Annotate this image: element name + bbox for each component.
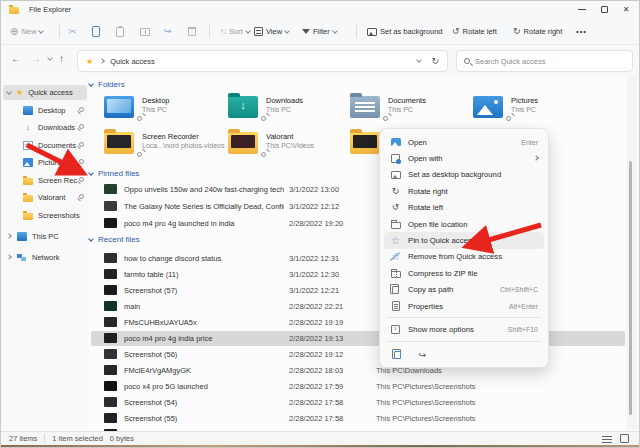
up-button[interactable]: ↑: [59, 53, 64, 64]
rotate-left-button[interactable]: ↺Rotate left: [449, 22, 500, 41]
file-thumbnail: [104, 397, 117, 407]
folder-location: This PC: [142, 106, 167, 113]
section-header-folders[interactable]: Folders: [89, 80, 125, 89]
back-button[interactable]: ←: [11, 53, 21, 64]
menu-item-compress-to-zip[interactable]: Compress to ZIP file: [384, 265, 544, 281]
sidebar-item-documents[interactable]: Documents: [3, 138, 87, 153]
section-header-recent-files[interactable]: Recent files: [89, 235, 140, 244]
file-name: main: [124, 302, 284, 311]
vertical-scrollbar[interactable]: [627, 77, 637, 429]
file-name: farmto table (11): [124, 270, 284, 279]
forward-button[interactable]: →: [31, 53, 41, 64]
sidebar-item-desktop[interactable]: Desktop: [3, 103, 87, 118]
new-button[interactable]: ⊕New: [7, 22, 46, 41]
share-button[interactable]: ↪: [161, 22, 175, 41]
menu-item-copy-as-path[interactable]: Copy as path Ctrl+Shift+C: [384, 282, 544, 298]
unpin-star-icon: ☆: [390, 251, 401, 262]
menu-item-remove-from-quick-access[interactable]: ☆ Remove from Quick access: [384, 249, 544, 265]
list-item[interactable]: poco x4 pro 5G launched 2/28/2022 17:59 …: [91, 379, 625, 394]
desktop-folder-icon: [104, 96, 134, 118]
folder-tile-pictures[interactable]: Pictures This PC: [473, 95, 595, 131]
quick-access-star-icon: ★: [86, 57, 93, 66]
sidebar-item-network[interactable]: Network: [3, 250, 87, 265]
see-more-button[interactable]: •••: [573, 22, 590, 41]
menu-item-rotate-right[interactable]: ↻ Rotate right: [384, 183, 544, 199]
pictures-folder-icon: [473, 96, 503, 118]
menu-item-properties[interactable]: Properties Alt+Enter: [384, 298, 544, 314]
menu-item-show-more-options[interactable]: Show more options Shift+F10: [384, 321, 544, 337]
set-as-background-button[interactable]: Set as background: [364, 22, 446, 41]
copy-icon[interactable]: [392, 350, 403, 361]
folder-tile-desktop[interactable]: Desktop This PC: [104, 95, 226, 131]
sidebar-item-quick-access[interactable]: ★ Quick access: [3, 85, 87, 100]
sidebar-item-screen-recorder[interactable]: Screen Recorde: [3, 173, 87, 188]
this-pc-icon: [17, 232, 27, 241]
close-button[interactable]: ✕: [615, 1, 637, 17]
sidebar-item-label: This PC: [32, 232, 59, 241]
rename-button[interactable]: [137, 22, 153, 41]
filter-button[interactable]: Filter: [299, 22, 340, 41]
menu-item-set-as-desktop-background[interactable]: Set as desktop background: [384, 167, 544, 183]
paste-button[interactable]: [113, 22, 127, 41]
file-date: 3/1/2022 12:31: [289, 254, 379, 263]
maximize-button[interactable]: [593, 1, 615, 17]
file-name: poco m4 pro 4g india price: [124, 334, 284, 343]
menu-item-open-with[interactable]: Open with: [384, 150, 544, 166]
sort-button[interactable]: ↑↓Sort: [217, 22, 253, 41]
recent-locations-chevron[interactable]: [47, 55, 53, 61]
menu-shortcut: Shift+F10: [508, 326, 538, 333]
breadcrumb[interactable]: ★ Quick access ↻: [77, 50, 448, 72]
rotate-right-button[interactable]: ↻Rotate right: [510, 22, 565, 41]
folder-tile-documents[interactable]: Documents This PC: [350, 95, 472, 131]
rename-icon: [140, 28, 150, 36]
status-bar: 27 items 1 item selected 0 bytes: [1, 431, 639, 445]
address-dropdown-chevron[interactable]: [417, 57, 423, 63]
menu-item-pin-to-quick-access[interactable]: ☆ Pin to Quick access: [384, 232, 544, 248]
menu-item-rotate-left[interactable]: ↺ Rotate left: [384, 200, 544, 216]
sidebar-item-pictures[interactable]: Pictures: [3, 155, 87, 170]
section-header-pinned-files[interactable]: Pinned files: [89, 169, 139, 178]
details-view-button[interactable]: [602, 435, 612, 443]
sidebar-item-label: Screen Recorde: [38, 176, 77, 185]
file-name: FMclE4rVgAMgyGK: [124, 366, 284, 375]
file-date: 2/28/2022 19:20: [289, 219, 379, 228]
downloads-icon: ↓: [23, 123, 33, 132]
file-name: The Galaxy Note Series is Officially Dea…: [124, 202, 284, 211]
sidebar-item-downloads[interactable]: ↓ Downloads: [3, 120, 87, 135]
refresh-icon[interactable]: ↻: [431, 56, 439, 66]
file-name: how to change discord status: [124, 254, 284, 263]
list-item[interactable]: Screenshot (55) 2/28/2022 17:58 This PC\…: [91, 411, 625, 426]
folder-tile-downloads[interactable]: Downloads This PC: [228, 95, 350, 131]
sidebar-item-valorant[interactable]: Valorant: [3, 190, 87, 205]
filter-funnel-icon: [302, 29, 310, 34]
search-input[interactable]: Search Quick access: [456, 50, 633, 72]
menu-item-label: Remove from Quick access: [408, 252, 502, 261]
quick-access-star-icon: ★: [16, 88, 23, 97]
chevron-down-icon: [39, 28, 45, 34]
sidebar-item-label: Valorant: [38, 193, 65, 202]
folder-tile-screen-recorder[interactable]: Screen Recorder Loca...\nord photos-vide…: [104, 131, 226, 167]
menu-item-open-file-location[interactable]: Open file location: [384, 216, 544, 232]
search-placeholder: Search Quick access: [475, 57, 545, 66]
sidebar-item-label: Quick access: [28, 88, 73, 97]
list-item[interactable]: Screenshot (54) 2/28/2022 17:58 This PC\…: [91, 395, 625, 410]
view-button[interactable]: View: [251, 22, 292, 41]
file-thumbnail: [104, 269, 117, 279]
address-bar: ← → ↑ ★ Quick access ↻ Search Quick acce…: [1, 45, 639, 77]
cut-button[interactable]: ✂: [65, 22, 79, 41]
delete-button[interactable]: [185, 22, 199, 41]
file-name: Screenshot (55): [124, 414, 284, 423]
minimize-button[interactable]: [571, 1, 593, 17]
sidebar-item-screenshots[interactable]: Screenshots: [3, 208, 87, 223]
chevron-down-icon: [88, 236, 94, 242]
documents-folder-icon: [350, 96, 380, 118]
scrollbar-thumb[interactable]: [629, 161, 632, 415]
file-explorer-window: File Explorer ✕ ⊕New ✂ ↪ ↑↓Sort View Fil…: [0, 0, 640, 448]
sidebar-item-this-pc[interactable]: This PC: [3, 229, 87, 244]
desktop-icon: [23, 106, 33, 115]
share-icon[interactable]: ↪: [417, 350, 428, 361]
copy-button[interactable]: [89, 22, 103, 41]
large-icons-view-button[interactable]: [620, 434, 629, 443]
menu-item-open[interactable]: Open Enter: [384, 134, 544, 150]
folder-tile-valorant[interactable]: Valorant This PC\Videos: [228, 131, 350, 167]
